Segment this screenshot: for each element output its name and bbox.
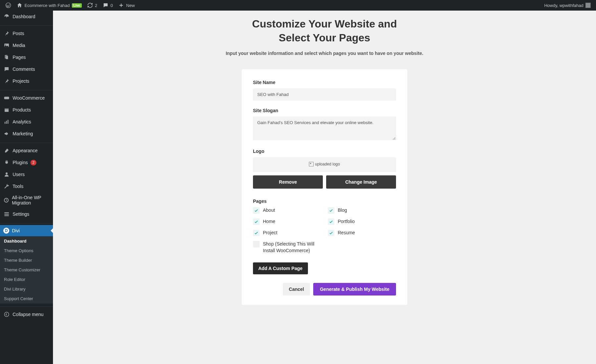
media-icon [3,42,10,49]
page-option-home: Home [253,218,321,225]
add-custom-page-button[interactable]: Add A Custom Page [253,262,308,274]
logo-preview: uploaded logo [253,157,396,172]
submenu-item-divi-library[interactable]: Divi Library [0,284,53,294]
svg-point-11 [6,172,8,174]
uploaded-logo-alt: uploaded logo [315,162,340,166]
new-link[interactable]: New [116,0,137,11]
site-link[interactable]: Ecommerce with Fahad Live [14,0,84,11]
sidebar-item-label: Marketing [13,131,33,136]
sidebar-item-label: Dashboard [13,14,35,19]
sidebar-item-marketing[interactable]: Marketing [0,128,53,140]
divi-icon: D [3,228,9,234]
wrench-icon [3,183,10,190]
svg-rect-4 [6,56,8,60]
comment-icon [3,66,10,72]
sidebar-item-label: WooCommerce [13,95,45,101]
cancel-button[interactable]: Cancel [283,283,310,296]
sidebar-item-label: Posts [13,31,24,36]
pin-icon [3,78,10,84]
submenu-item-theme-options[interactable]: Theme Options [0,246,53,255]
submenu-item-dashboard[interactable]: Dashboard [0,236,53,246]
box-icon [3,107,10,113]
sidebar-item-appearance[interactable]: Appearance [0,145,53,157]
updates-link[interactable]: 2 [84,0,100,11]
sidebar-item-users[interactable]: Users [0,168,53,180]
svg-point-16 [4,312,9,317]
sidebar-item-dashboard[interactable]: Dashboard [0,11,53,23]
sidebar-item-divi[interactable]: DDivi [0,225,53,236]
pages-label: Pages [253,199,396,204]
greeting-text: Howdy, wpwithfahad [544,3,583,8]
sidebar-item-label: Projects [13,78,29,84]
remove-logo-button[interactable]: Remove [253,175,323,189]
checkbox[interactable] [253,241,260,248]
user-greeting[interactable]: Howdy, wpwithfahad [542,0,593,11]
sidebar-item-pages[interactable]: Pages [0,51,53,63]
checkbox[interactable] [253,218,260,225]
sidebar-item-tools[interactable]: Tools [0,180,53,192]
sidebar-item-media[interactable]: Media [0,39,53,51]
svg-rect-8 [5,122,5,124]
submenu-item-theme-builder[interactable]: Theme Builder [0,255,53,265]
checkbox[interactable] [328,207,334,214]
page-option-resume: Resume [328,230,396,236]
sidebar-item-products[interactable]: Products [0,104,53,116]
sidebar-item-comments[interactable]: Comments [0,63,53,75]
pages-icon [3,54,10,61]
sidebar-item-plugins[interactable]: Plugins 2 [0,157,53,168]
site-slogan-label: Site Slogan [253,108,396,113]
submenu-item-role-editor[interactable]: Role Editor [0,275,53,284]
site-name-input[interactable] [253,88,396,101]
badge: 2 [30,160,36,165]
collapse-label: Collapse menu [13,312,43,317]
user-icon [3,171,10,178]
checkbox-label: About [263,207,275,214]
svg-rect-7 [5,109,9,110]
sidebar-item-woocommerce[interactable]: WooCommerce [0,92,53,104]
brush-icon [3,147,10,154]
sidebar-item-label: Appearance [13,148,38,153]
avatar [585,3,591,8]
submenu-item-support-center[interactable]: Support Center [0,294,53,303]
sidebar-item-posts[interactable]: Posts [0,27,53,39]
sidebar-item-label: Tools [13,184,24,189]
site-name-label: Site Name [253,80,396,85]
change-image-button[interactable]: Change Image [326,175,396,189]
sidebar-item-all-in-one-wp-migration[interactable]: All-in-One WP Migration [0,192,53,208]
plug-icon [3,159,10,166]
page-subtitle: Input your website information and selec… [209,51,440,56]
sidebar-item-label: Users [13,172,25,177]
sidebar-item-projects[interactable]: Projects [0,75,53,87]
svg-rect-10 [8,120,8,124]
checkbox[interactable] [328,218,334,225]
submenu-item-theme-customizer[interactable]: Theme Customizer [0,265,53,275]
mega-icon [3,130,10,137]
checkbox[interactable] [253,207,260,214]
page-title: Customize Your Website and Select Your P… [209,17,440,45]
live-badge: Live [72,3,82,8]
comments-link[interactable]: 0 [100,0,116,11]
sidebar-item-analytics[interactable]: Analytics [0,116,53,128]
svg-rect-13 [4,212,9,213]
sidebar-item-settings[interactable]: Settings [0,208,53,220]
checkbox[interactable] [253,230,260,236]
checkbox-label: Home [263,218,275,225]
home-icon [17,2,23,8]
wp-logo[interactable] [3,0,14,11]
chart-icon [3,118,10,125]
site-slogan-input[interactable] [253,116,396,140]
plus-icon [118,2,124,8]
page-option-project: Project [253,230,321,236]
generate-publish-button[interactable]: Generate & Publish My Website [313,283,396,296]
checkbox[interactable] [328,230,334,236]
woo-icon [3,95,10,101]
comment-icon [103,2,109,8]
checkbox-label: Portfolio [338,218,355,225]
svg-point-2 [5,44,6,45]
page-option-about: About [253,207,321,214]
gauge-icon [3,13,10,20]
collapse-menu[interactable]: Collapse menu [0,308,53,320]
svg-rect-14 [4,214,9,214]
collapse-icon [3,311,10,318]
svg-rect-15 [4,215,9,216]
